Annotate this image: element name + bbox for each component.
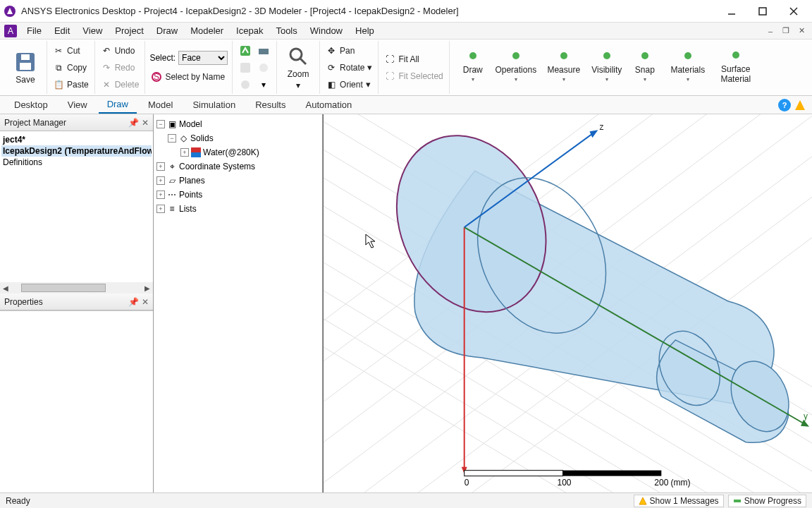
planes-icon: ▱	[166, 175, 178, 186]
ribbon: Save ✂Cut ⧉Copy 📋Paste ↶Undo ↷Redo ✕Dele…	[0, 40, 812, 96]
props-close-icon[interactable]: ✕	[142, 297, 149, 307]
tab-model[interactable]: Model	[140, 97, 181, 113]
app-icon	[3, 4, 17, 18]
props-pin-icon[interactable]: 📌	[128, 297, 139, 307]
mdi-restore[interactable]: ❐	[780, 26, 792, 36]
menu-view[interactable]: View	[77, 23, 108, 38]
cat-surface-material[interactable]: Surface Material	[712, 42, 760, 93]
pm-close-icon[interactable]: ✕	[142, 118, 149, 128]
rotate-button[interactable]: ⟳Rotate ▾	[324, 60, 374, 75]
delete-button[interactable]: ✕Delete	[99, 77, 141, 92]
show-progress-label: Show Progress	[744, 496, 801, 506]
expand-icon[interactable]: +	[156, 190, 165, 199]
cat-measure[interactable]: Measure▾	[540, 42, 588, 93]
menu-file[interactable]: File	[21, 23, 47, 38]
pm-hscroll[interactable]: ◀ ▶	[0, 282, 153, 294]
viewport-3d[interactable]: y z 0 100 200 (mm)	[323, 114, 812, 492]
solid-body[interactable]	[369, 114, 799, 442]
expand-icon[interactable]: +	[156, 205, 165, 213]
expand-icon[interactable]: +	[180, 148, 189, 157]
tab-view[interactable]: View	[59, 97, 96, 113]
minimize-button[interactable]	[716, 1, 747, 22]
tree-coord[interactable]: + ⌖ Coordinate Systems	[155, 159, 321, 174]
tree-planes[interactable]: + ▱ Planes	[155, 174, 321, 188]
lists-icon: ≡	[166, 203, 178, 214]
scroll-thumb[interactable]	[21, 284, 106, 292]
zoom-button[interactable]: Zoom ▾	[281, 42, 315, 93]
dot-icon	[560, 52, 567, 59]
select-by-name-button[interactable]: S Select by Name	[149, 69, 228, 85]
scroll-left-icon[interactable]: ◀	[0, 282, 11, 294]
save-icon	[14, 51, 37, 73]
svg-rect-49	[465, 471, 563, 476]
pan-icon: ✥	[326, 45, 337, 56]
project-manager-body[interactable]: ject4* IcepakDesign2 (TemperatureAndFlow…	[0, 131, 153, 294]
pm-definitions[interactable]: Definitions	[1, 157, 152, 168]
paste-button[interactable]: 📋Paste	[51, 77, 90, 92]
cat-draw[interactable]: Draw▾	[454, 42, 492, 93]
viewport-canvas[interactable]: y z 0 100 200 (mm)	[324, 114, 812, 492]
help-icon[interactable]: ?	[778, 99, 791, 111]
menu-window[interactable]: Window	[304, 23, 348, 38]
tool-a2	[237, 60, 254, 75]
show-progress-button[interactable]: Show Progress	[728, 495, 806, 507]
copy-button[interactable]: ⧉Copy	[51, 60, 90, 75]
main-area: Project Manager 📌✕ ject4* IcepakDesign2 …	[0, 114, 812, 492]
cat-operations[interactable]: Operations▾	[492, 42, 540, 93]
tool-b1[interactable]	[255, 43, 272, 59]
undo-button[interactable]: ↶Undo	[99, 43, 141, 59]
cat-draw-label: Draw	[463, 65, 483, 75]
pm-design[interactable]: IcepakDesign2 (TemperatureAndFlow	[1, 145, 152, 157]
svg-rect-19	[191, 147, 201, 152]
cat-visibility[interactable]: Visibility▾	[588, 42, 626, 93]
scroll-right-icon[interactable]: ▶	[142, 282, 153, 294]
menu-modeler[interactable]: Modeler	[185, 23, 229, 38]
expand-icon[interactable]: −	[168, 134, 176, 143]
zoom-label: Zoom	[288, 69, 309, 79]
pm-project[interactable]: ject4*	[1, 134, 152, 145]
mdi-close[interactable]: ✕	[795, 26, 808, 36]
select-mode-dropdown[interactable]: Face	[178, 51, 228, 65]
expand-icon[interactable]: +	[156, 176, 165, 185]
orient-button[interactable]: ◧Orient ▾	[324, 77, 374, 92]
tab-desktop[interactable]: Desktop	[6, 97, 56, 113]
tree-points-label: Points	[179, 190, 202, 200]
fit-selected-button[interactable]: ⛶Fit Selected	[383, 68, 444, 84]
maximize-button[interactable]	[747, 1, 778, 22]
tree-points[interactable]: + ⋯ Points	[155, 188, 321, 202]
tab-automation[interactable]: Automation	[297, 97, 360, 113]
expand-icon[interactable]: −	[156, 120, 165, 128]
cut-button[interactable]: ✂Cut	[51, 43, 90, 59]
close-button[interactable]	[778, 1, 809, 22]
tab-results[interactable]: Results	[247, 97, 294, 113]
menu-help[interactable]: Help	[350, 23, 380, 38]
pan-button[interactable]: ✥Pan	[324, 43, 374, 59]
app-menu-icon[interactable]: A	[4, 25, 17, 37]
menu-project[interactable]: Project	[109, 23, 149, 38]
model-tree[interactable]: − ▣ Model − ◇ Solids + Water(@280K) + ⌖ …	[154, 114, 323, 492]
tree-lists[interactable]: + ≡ Lists	[155, 202, 321, 216]
cat-snap[interactable]: Snap▾	[626, 42, 664, 93]
tree-model-label: Model	[179, 119, 202, 129]
tool-b3[interactable]: ▾	[255, 77, 272, 92]
tab-draw[interactable]: Draw	[99, 96, 137, 114]
menu-tools[interactable]: Tools	[270, 23, 302, 38]
pm-pin-icon[interactable]: 📌	[128, 118, 139, 128]
redo-button[interactable]: ↷Redo	[99, 60, 141, 75]
tool-a1[interactable]	[237, 43, 254, 59]
menu-edit[interactable]: Edit	[49, 23, 75, 38]
show-messages-button[interactable]: Show 1 Messages	[634, 495, 724, 507]
menu-draw[interactable]: Draw	[151, 23, 183, 38]
tree-water[interactable]: + Water(@280K)	[155, 145, 321, 159]
mdi-minimize[interactable]: –	[764, 26, 777, 36]
solids-icon: ◇	[178, 133, 189, 144]
tree-model[interactable]: − ▣ Model	[155, 117, 321, 131]
tree-solids[interactable]: − ◇ Solids	[155, 131, 321, 145]
cat-materials[interactable]: Materials▾	[664, 42, 712, 93]
expand-icon[interactable]: +	[156, 162, 165, 171]
save-button[interactable]: Save	[8, 42, 42, 93]
fit-all-button[interactable]: ⛶Fit All	[383, 52, 444, 67]
tab-simulation[interactable]: Simulation	[184, 97, 244, 113]
tree-water-label: Water(@280K)	[203, 147, 259, 157]
menu-icepak[interactable]: Icepak	[230, 23, 269, 38]
